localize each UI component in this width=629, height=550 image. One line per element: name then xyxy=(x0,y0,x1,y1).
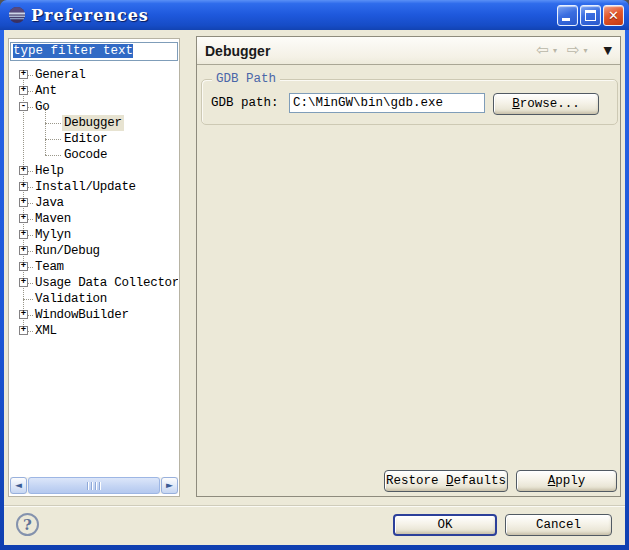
scrollbar-thumb[interactable] xyxy=(28,477,160,494)
expand-icon[interactable]: + xyxy=(19,182,28,191)
ok-button[interactable]: OK xyxy=(393,514,497,536)
tree-item-go[interactable]: -Go xyxy=(9,99,178,115)
filter-input[interactable]: type filter text xyxy=(10,42,178,61)
preferences-tree-panel: type filter text +General+Ant-GoDebugger… xyxy=(8,38,180,497)
preferences-tree[interactable]: +General+Ant-GoDebuggerEditorGocode+Help… xyxy=(9,67,178,474)
expand-icon[interactable]: + xyxy=(19,326,28,335)
restore-mnemonic: D xyxy=(446,474,454,488)
expand-icon[interactable]: + xyxy=(19,198,28,207)
tree-item-windowbuilder[interactable]: +WindowBuilder xyxy=(9,307,178,323)
tree-item-ant[interactable]: +Ant xyxy=(9,83,178,99)
titlebar[interactable]: Preferences ✕ xyxy=(0,0,629,30)
close-button[interactable]: ✕ xyxy=(603,5,624,26)
scroll-right-button[interactable]: ► xyxy=(161,477,178,494)
page-title: Debugger xyxy=(205,43,270,59)
tree-item-maven[interactable]: +Maven xyxy=(9,211,178,227)
expand-icon[interactable]: + xyxy=(19,310,28,319)
browse-button[interactable]: Browse... xyxy=(493,93,599,115)
maximize-icon xyxy=(585,10,596,21)
page-header: Debugger ⇦ ▾ ⇨ ▾ ▼ xyxy=(197,37,620,65)
tree-item-label: Run/Debug xyxy=(33,243,102,259)
tree-item-label: Debugger xyxy=(62,115,124,131)
apply-button[interactable]: Apply xyxy=(516,470,617,492)
expand-icon[interactable]: + xyxy=(19,86,28,95)
tree-item-general[interactable]: +General xyxy=(9,67,178,83)
restore-defaults-button[interactable]: Restore Defaults xyxy=(384,470,508,492)
gdb-path-group: GDB Path GDB path: C:\MinGW\bin\gdb.exe … xyxy=(201,79,618,125)
collapse-icon[interactable]: - xyxy=(19,102,28,111)
preference-page-panel: Debugger ⇦ ▾ ⇨ ▾ ▼ GDB Path GDB path: C:… xyxy=(196,36,621,497)
cancel-button[interactable]: Cancel xyxy=(505,514,612,536)
filter-selected-text: type filter text xyxy=(13,44,133,58)
preferences-window: Preferences ✕ type filter text +General+… xyxy=(0,0,629,550)
expand-icon[interactable]: + xyxy=(19,262,28,271)
tree-item-label: Gocode xyxy=(62,147,109,163)
expand-icon[interactable]: + xyxy=(19,214,28,223)
tree-item-label: Install/Update xyxy=(33,179,138,195)
expand-icon[interactable]: + xyxy=(19,166,28,175)
tree-item-label: Validation xyxy=(33,291,109,307)
tree-item-label: Team xyxy=(33,259,66,275)
gdb-path-input[interactable]: C:\MinGW\bin\gdb.exe xyxy=(289,93,485,113)
tree-item-team[interactable]: +Team xyxy=(9,259,178,275)
scroll-left-button[interactable]: ◄ xyxy=(10,477,27,494)
scrollbar-grip-icon xyxy=(87,482,101,490)
tree-item-label: Ant xyxy=(33,83,59,99)
tree-item-xml[interactable]: +XML xyxy=(9,323,178,339)
tree-item-editor[interactable]: Editor xyxy=(9,131,178,147)
eclipse-logo-icon xyxy=(8,6,26,24)
tree-connector xyxy=(45,123,61,124)
tree-connector xyxy=(45,139,61,140)
browse-label-rest: rowse... xyxy=(520,97,580,111)
expand-icon[interactable]: + xyxy=(19,70,28,79)
footer-separator xyxy=(4,505,625,507)
close-icon: ✕ xyxy=(604,6,623,25)
view-menu-icon[interactable]: ▼ xyxy=(604,45,612,56)
tree-item-label: XML xyxy=(33,323,59,339)
tree-item-mylyn[interactable]: +Mylyn xyxy=(9,227,178,243)
tree-connector xyxy=(45,155,61,156)
dialog-body: type filter text +General+Ant-GoDebugger… xyxy=(4,30,625,545)
maximize-button[interactable] xyxy=(580,5,601,26)
tree-item-label: Editor xyxy=(62,131,109,147)
back-history-dropdown-icon[interactable]: ▾ xyxy=(553,47,557,55)
group-title: GDB Path xyxy=(212,72,280,86)
tree-item-label: WindowBuilder xyxy=(33,307,131,323)
back-arrow-icon[interactable]: ⇦ xyxy=(536,43,549,58)
tree-item-java[interactable]: +Java xyxy=(9,195,178,211)
minimize-button[interactable] xyxy=(557,5,578,26)
horizontal-scrollbar[interactable]: ◄ ► xyxy=(10,477,178,494)
tree-item-label: Help xyxy=(33,163,66,179)
tree-item-label: Mylyn xyxy=(33,227,73,243)
tree-item-usage-data-collector[interactable]: +Usage Data Collector xyxy=(9,275,178,291)
apply-label-rest: pply xyxy=(555,474,585,488)
tree-connector xyxy=(23,299,33,300)
tree-item-help[interactable]: +Help xyxy=(9,163,178,179)
expand-icon[interactable]: + xyxy=(19,230,28,239)
tree-item-gocode[interactable]: Gocode xyxy=(9,147,178,163)
restore-label: Restore xyxy=(386,474,446,488)
tree-item-label: Java xyxy=(33,195,66,211)
expand-icon[interactable]: + xyxy=(19,278,28,287)
tree-item-label: Maven xyxy=(33,211,73,227)
window-title: Preferences xyxy=(31,6,149,25)
minimize-icon xyxy=(562,18,570,21)
forward-history-dropdown-icon[interactable]: ▾ xyxy=(584,47,588,55)
tree-item-install-update[interactable]: +Install/Update xyxy=(9,179,178,195)
gdb-path-label: GDB path: xyxy=(211,96,279,110)
tree-item-label: Go xyxy=(33,99,51,115)
tree-item-validation[interactable]: Validation xyxy=(9,291,178,307)
forward-arrow-icon[interactable]: ⇨ xyxy=(567,43,580,58)
restore-label-rest: efaults xyxy=(454,474,507,488)
tree-item-label: Usage Data Collector xyxy=(33,275,178,291)
browse-mnemonic: B xyxy=(512,97,520,111)
help-button[interactable]: ? xyxy=(16,513,39,536)
expand-icon[interactable]: + xyxy=(19,246,28,255)
tree-item-debugger[interactable]: Debugger xyxy=(9,115,178,131)
tree-item-run-debug[interactable]: +Run/Debug xyxy=(9,243,178,259)
tree-item-label: General xyxy=(33,67,87,83)
